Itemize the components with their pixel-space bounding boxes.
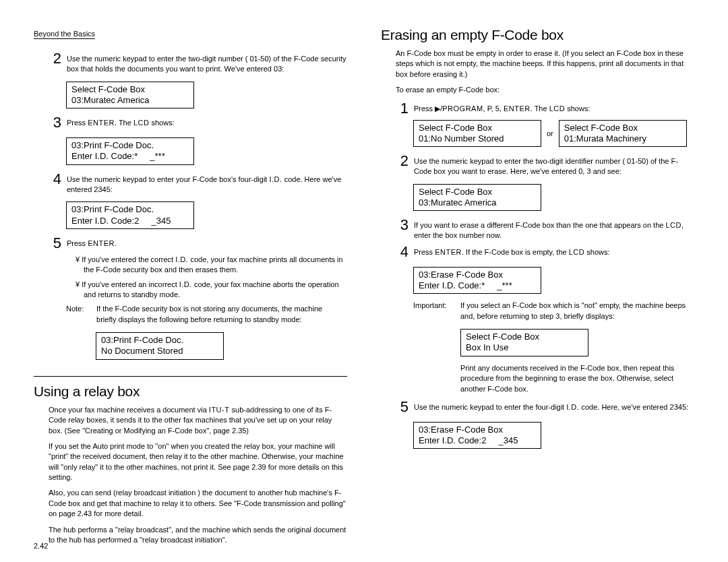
step-number: 4	[398, 245, 408, 259]
step-number: 3	[398, 218, 408, 232]
lcd-display: Select F-Code Box 03:Muratec America	[413, 184, 541, 212]
step-number: 5	[398, 400, 408, 414]
step-5: 5 Use the numeric keypad to enter the fo…	[398, 400, 694, 414]
step-text: Use the numeric keypad to enter the four…	[414, 400, 694, 412]
section-heading-erase: Erasing an empty F-Code box	[381, 27, 694, 43]
paragraph: To erase an empty F-Code box:	[396, 85, 694, 95]
lcd-line: Select F-Code Box	[419, 187, 536, 197]
lcd-line: 01:Murata Machinery	[564, 133, 681, 144]
step-number: 5	[51, 236, 61, 251]
step-text: Press ENTER. If the F-Code box is empty,…	[414, 245, 694, 257]
section-divider	[34, 376, 347, 377]
paragraph: An F-Code box must be empty in order to …	[396, 49, 694, 80]
step-text: If you want to erase a different F-Code …	[414, 218, 694, 241]
important-body: If you select an F-Code box which is "no…	[460, 301, 694, 321]
paragraph: Also, you can send (relay broadcast init…	[49, 488, 347, 519]
lcd-display: Select F-Code Box 01:Murata Machinery	[559, 120, 687, 148]
paragraph: The hub performs a "relay broadcast", an…	[49, 525, 347, 546]
lcd-display: 03:Print F-Code Doc. Enter I.D. Code:* _…	[66, 137, 194, 165]
note-body: If the F-Code security box is not storin…	[96, 304, 344, 325]
bullet-item: ¥ If you've entered the correct I.D. cod…	[75, 255, 347, 276]
step-3: 3 If you want to erase a different F-Cod…	[398, 218, 694, 241]
lcd-line: Enter I.D. Code:* _***	[419, 280, 536, 291]
paragraph: Print any documents received in the F-Co…	[460, 363, 694, 394]
step-1: 1 Press ▶/PROGRAM, P, 5, ENTER. The LCD …	[398, 101, 694, 116]
step-number: 1	[398, 101, 408, 116]
step-text: Use the numeric keypad to enter the two-…	[414, 154, 694, 177]
step-text: Press ENTER. The LCD shows:	[67, 115, 347, 128]
lcd-line: No Document Stored	[101, 346, 218, 356]
important-block: Important: If you select an F-Code box w…	[413, 301, 694, 321]
step-number: 2	[51, 51, 61, 66]
lcd-line: 03:Print F-Code Doc.	[71, 204, 189, 215]
page-number: 2.42	[34, 542, 48, 550]
lcd-line: 01:No Number Stored	[419, 133, 536, 144]
lcd-display: 03:Print F-Code Doc. Enter I.D. Code:2 _…	[66, 201, 194, 229]
lcd-line: 03:Erase F-Code Box	[419, 270, 536, 280]
step-text: Press ▶/PROGRAM, P, 5, ENTER. The LCD sh…	[414, 101, 694, 114]
lcd-line: Enter I.D. Code:* _***	[71, 151, 189, 162]
step-number: 3	[51, 115, 61, 130]
step-number: 4	[51, 172, 61, 187]
lcd-line: Enter I.D. Code:2 _345	[419, 435, 536, 446]
note-label: Note:	[66, 304, 94, 314]
lcd-display: Select F-Code Box 03:Muratec America	[66, 82, 194, 109]
section-heading-relay: Using a relay box	[34, 383, 347, 400]
step-5: 5 Press ENTER.	[51, 236, 347, 251]
page-content: Beyond the Basics 2 Use the numeric keyp…	[34, 27, 694, 551]
lcd-line: Select F-Code Box	[564, 123, 681, 133]
lcd-line: 03:Muratec America	[419, 197, 536, 208]
paragraph: If you set the Auto print mode to "on" w…	[49, 441, 347, 483]
step-2: 2 Use the numeric keypad to enter the tw…	[51, 51, 347, 74]
step-4: 4 Use the numeric keypad to enter your F…	[51, 172, 347, 195]
left-column: Beyond the Basics 2 Use the numeric keyp…	[34, 27, 347, 551]
lcd-display: Select F-Code Box Box In Use	[460, 329, 588, 356]
important-label: Important:	[413, 301, 448, 321]
lcd-display: 03:Erase F-Code Box Enter I.D. Code:2 _3…	[413, 422, 541, 449]
lcd-line: 03:Muratec America	[71, 95, 189, 106]
step-4: 4 Press ENTER. If the F-Code box is empt…	[398, 245, 694, 259]
lcd-line: 03:Print F-Code Doc.	[71, 140, 189, 151]
lcd-line: Enter I.D. Code:2 _345	[71, 216, 189, 226]
step-text: Use the numeric keypad to enter the two-…	[67, 51, 347, 74]
lcd-line: 03:Print F-Code Doc.	[101, 335, 218, 346]
lcd-line: Select F-Code Box	[466, 332, 583, 342]
lcd-line: Box In Use	[466, 342, 583, 353]
lcd-display: 03:Erase F-Code Box Enter I.D. Code:* _*…	[413, 267, 541, 294]
bullet-item: ¥ If you've entered an incorrect I.D. co…	[75, 280, 347, 301]
step-2: 2 Use the numeric keypad to enter the tw…	[398, 154, 694, 177]
or-label: or	[547, 129, 553, 137]
running-header: Beyond the Basics	[34, 30, 95, 39]
step-text: Press ENTER.	[67, 236, 347, 249]
lcd-line: 03:Erase F-Code Box	[419, 425, 536, 435]
lcd-display: Select F-Code Box 01:No Number Stored	[413, 120, 541, 148]
step-number: 2	[398, 154, 408, 168]
lcd-display: 03:Print F-Code Doc. No Document Stored	[96, 332, 224, 360]
lcd-line: Select F-Code Box	[71, 84, 189, 95]
paragraph: Once your fax machine receives a documen…	[49, 405, 347, 436]
step-text: Use the numeric keypad to enter your F-C…	[67, 172, 347, 195]
note-block: Note: If the F-Code security box is not …	[66, 304, 347, 325]
step-3: 3 Press ENTER. The LCD shows:	[51, 115, 347, 130]
right-column: Erasing an empty F-Code box An F-Code bo…	[381, 27, 694, 551]
lcd-pair: Select F-Code Box 01:No Number Stored or…	[413, 120, 694, 148]
lcd-line: Select F-Code Box	[419, 123, 536, 133]
